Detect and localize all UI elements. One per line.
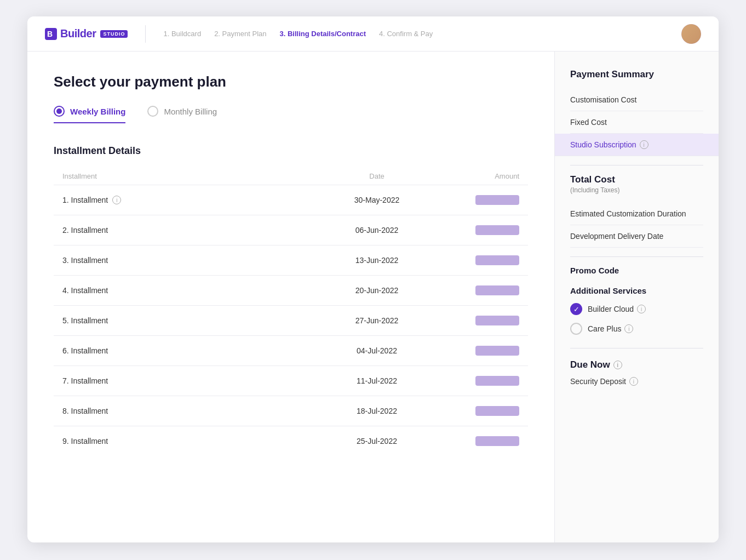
sidebar: Payment Summary Customisation Cost Fixed… [554,52,719,542]
tab-weekly-label: Weekly Billing [70,107,125,116]
service-name-builder-cloud: Builder Cloud i [588,305,646,313]
info-icon-care-plus[interactable]: i [624,324,633,333]
checkmark-icon: ✓ [573,305,579,313]
sidebar-studio-subscription: Studio Subscription i [555,134,719,156]
sidebar-customisation-cost: Customisation Cost [570,89,703,111]
installment-section: Installment Details Installment Date Amo… [54,145,528,456]
sidebar-divider-2 [570,256,703,257]
step-billing-details: 3. Billing Details/Contract [280,30,366,38]
promo-code-section: Promo Code [570,266,703,275]
installment-name-9: 9. Installment [62,437,322,445]
date-cell-3: 13-Jun-2022 [322,256,432,265]
checkbox-care-plus[interactable] [570,323,582,335]
additional-services-title: Additional Services [570,286,703,295]
info-icon-studio-subscription[interactable]: i [640,140,649,149]
info-icon-builder-cloud[interactable]: i [637,305,646,313]
col-installment: Installment [62,172,322,180]
installment-name-1: 1. Installment i [62,196,322,204]
info-icon-1[interactable]: i [112,196,121,204]
amount-cell-1 [432,195,519,205]
service-builder-cloud: ✓ Builder Cloud i [570,303,703,315]
table-row: 3. Installment 13-Jun-2022 [54,245,528,275]
sidebar-development-delivery: Development Delivery Date [570,225,703,248]
info-icon-security-deposit[interactable]: i [629,377,638,386]
avatar[interactable] [681,24,701,44]
service-care-plus: Care Plus i [570,323,703,335]
content-area: Select your payment plan Weekly Billing … [27,52,554,542]
tab-monthly-billing[interactable]: Monthly Billing [147,106,217,123]
logo-area: B Builder STUDIO [45,27,128,41]
service-name-care-plus: Care Plus i [588,324,633,333]
additional-services-section: Additional Services ✓ Builder Cloud i Ca… [570,286,703,335]
logo-text: B Builder [45,27,96,41]
installment-name-2: 2. Installment [62,226,322,235]
b-letter: B [45,27,60,39]
sidebar-fixed-cost: Fixed Cost [570,111,703,134]
amount-cell-2 [432,225,519,235]
date-cell-4: 20-Jun-2022 [322,286,432,295]
date-cell-1: 30-May-2022 [322,196,432,204]
step-buildcard: 1. Buildcard [163,30,201,38]
tab-monthly-label: Monthly Billing [164,107,217,116]
amount-bar-1 [475,195,519,205]
table-row: 5. Installment 27-Jun-2022 [54,305,528,335]
col-amount: Amount [432,172,519,180]
amount-cell-9 [432,436,519,446]
info-icon-due-now[interactable]: i [613,361,622,369]
date-cell-2: 06-Jun-2022 [322,226,432,235]
sidebar-estimated-customization: Estimated Customization Duration [570,203,703,225]
amount-bar-7 [475,376,519,386]
total-cost-sub: (Including Taxes) [570,186,703,194]
installment-name-4: 4. Installment [62,286,322,295]
table-row: 4. Installment 20-Jun-2022 [54,275,528,305]
table-row: 9. Installment 25-Jul-2022 [54,426,528,456]
installment-section-title: Installment Details [54,145,528,157]
date-cell-5: 27-Jun-2022 [322,316,432,325]
amount-cell-3 [432,255,519,265]
total-cost-label: Total Cost [570,174,703,185]
radio-weekly [54,106,65,117]
installment-name-6: 6. Installment [62,346,322,355]
total-cost-block: Total Cost (Including Taxes) [570,174,703,194]
header-divider [145,25,146,43]
payment-summary-title: Payment Summary [570,69,703,80]
date-cell-8: 18-Jul-2022 [322,407,432,415]
due-now-title: Due Now i [570,359,703,370]
svg-text:B: B [47,30,53,38]
promo-code-title: Promo Code [570,266,703,275]
installment-name-3: 3. Installment [62,256,322,265]
amount-bar-5 [475,316,519,325]
date-cell-9: 25-Jul-2022 [322,437,432,445]
amount-bar-4 [475,285,519,295]
installment-name-8: 8. Installment [62,407,322,415]
amount-bar-2 [475,225,519,235]
table-header: Installment Date Amount [54,168,528,185]
steps-nav: 1. Buildcard 2. Payment Plan 3. Billing … [163,30,681,38]
security-deposit-row: Security Deposit i [570,377,703,386]
step-payment-plan: 2. Payment Plan [214,30,266,38]
radio-weekly-inner [56,108,62,114]
table-row: 6. Installment 04-Jul-2022 [54,335,528,365]
table-row: 1. Installment i 30-May-2022 [54,185,528,215]
billing-tabs: Weekly Billing Monthly Billing [54,106,528,123]
date-cell-7: 11-Jul-2022 [322,376,432,385]
main-layout: Select your payment plan Weekly Billing … [27,52,719,542]
amount-cell-6 [432,346,519,356]
sidebar-divider-1 [570,165,703,165]
amount-cell-5 [432,316,519,325]
tab-weekly-billing[interactable]: Weekly Billing [54,106,125,123]
date-cell-6: 04-Jul-2022 [322,346,432,355]
installment-name-7: 7. Installment [62,376,322,385]
page-title: Select your payment plan [54,73,528,90]
checkbox-builder-cloud[interactable]: ✓ [570,303,582,315]
col-date: Date [322,172,432,180]
table-row: 8. Installment 18-Jul-2022 [54,396,528,426]
amount-bar-8 [475,406,519,416]
app-window: B Builder STUDIO 1. Buildcard 2. Payment… [27,16,719,542]
step-confirm-pay: 4. Confirm & Pay [379,30,433,38]
table-row: 2. Installment 06-Jun-2022 [54,215,528,245]
installment-name-5: 5. Installment [62,316,322,325]
radio-monthly [147,106,158,117]
amount-cell-7 [432,376,519,386]
amount-bar-9 [475,436,519,446]
